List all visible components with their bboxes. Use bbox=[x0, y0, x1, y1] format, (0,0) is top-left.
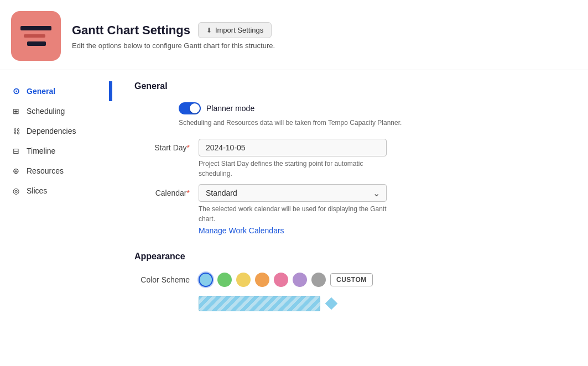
sidebar-item-scheduling[interactable]: Scheduling bbox=[0, 101, 111, 121]
timeline-icon bbox=[11, 146, 21, 156]
calendar-select-wrapper: Standard Custom ⌄ bbox=[199, 184, 387, 202]
sidebar-item-general[interactable]: General bbox=[0, 81, 111, 101]
planner-mode-description: Scheduling and Resources data will be ta… bbox=[134, 118, 566, 128]
logo-graphic bbox=[20, 26, 51, 46]
start-day-required: * bbox=[187, 143, 190, 152]
app-logo bbox=[11, 11, 61, 61]
color-green[interactable] bbox=[217, 273, 232, 287]
general-section-title: General bbox=[134, 81, 566, 91]
sidebar-label-resources: Resources bbox=[27, 166, 64, 175]
color-pink[interactable] bbox=[274, 273, 288, 287]
import-settings-label: Import Settings bbox=[215, 26, 263, 34]
calendar-label: Calendar* bbox=[134, 184, 190, 197]
planner-mode-toggle-container: Planner mode bbox=[179, 102, 254, 114]
calendar-row: Calendar* Standard Custom ⌄ The selected… bbox=[134, 184, 566, 235]
sidebar-label-dependencies: Dependencies bbox=[27, 127, 76, 135]
color-gray[interactable] bbox=[311, 273, 326, 287]
sidebar-item-resources[interactable]: Resources bbox=[0, 161, 111, 181]
header-text: Gantt Chart Settings ⬇ Import Settings E… bbox=[72, 22, 571, 50]
planner-mode-label: Planner mode bbox=[206, 104, 254, 113]
logo-line-3 bbox=[27, 41, 46, 46]
color-circles: CUSTOM bbox=[199, 273, 373, 287]
sidebar-item-dependencies[interactable]: Dependencies bbox=[0, 121, 111, 141]
logo-line-1 bbox=[20, 26, 51, 30]
main-content: General Planner mode Scheduling and Reso… bbox=[112, 70, 588, 322]
header-subtitle: Edit the options below to configure Gant… bbox=[72, 41, 571, 50]
page-header: Gantt Chart Settings ⬇ Import Settings E… bbox=[0, 0, 588, 70]
sidebar-label-general: General bbox=[27, 87, 55, 96]
sidebar-label-timeline: Timeline bbox=[27, 147, 55, 155]
appearance-section-title: Appearance bbox=[134, 252, 566, 262]
color-scheme-row: Color Scheme CUSTOM bbox=[134, 273, 566, 287]
planner-mode-row: Planner mode bbox=[134, 102, 566, 114]
color-scheme-label: Color Scheme bbox=[134, 275, 190, 284]
slices-icon bbox=[11, 186, 21, 196]
gantt-bar-preview bbox=[199, 296, 320, 311]
logo-line-2 bbox=[24, 34, 45, 38]
calendar-input-container: Standard Custom ⌄ The selected work cale… bbox=[199, 184, 387, 235]
resources-icon bbox=[11, 166, 21, 176]
sidebar-item-timeline[interactable]: Timeline bbox=[0, 141, 111, 161]
color-purple[interactable] bbox=[293, 273, 307, 287]
page-title: Gantt Chart Settings bbox=[72, 23, 190, 38]
import-arrow-icon: ⬇ bbox=[206, 27, 212, 34]
start-day-label: Start Day* bbox=[134, 139, 190, 152]
start-day-input[interactable] bbox=[199, 139, 387, 156]
scheduling-icon bbox=[11, 106, 21, 116]
start-day-row: Start Day* Project Start Day defines the… bbox=[134, 139, 566, 179]
calendar-required: * bbox=[187, 189, 190, 197]
milestone-diamond-icon bbox=[325, 297, 338, 310]
custom-color-button[interactable]: CUSTOM bbox=[330, 273, 373, 286]
start-day-description: Project Start Day defines the starting p… bbox=[199, 159, 387, 179]
main-layout: General Scheduling Dependencies Timeline… bbox=[0, 70, 588, 322]
calendar-description: The selected work calendar will be used … bbox=[199, 204, 387, 224]
sidebar-label-slices: Slices bbox=[27, 186, 47, 195]
general-section: General Planner mode Scheduling and Reso… bbox=[134, 81, 566, 235]
dependencies-icon bbox=[11, 126, 21, 136]
calendar-select[interactable]: Standard Custom bbox=[199, 184, 387, 202]
import-settings-button[interactable]: ⬇ Import Settings bbox=[198, 22, 272, 38]
planner-mode-toggle[interactable] bbox=[179, 102, 201, 114]
color-orange[interactable] bbox=[255, 273, 269, 287]
sidebar-item-slices[interactable]: Slices bbox=[0, 181, 111, 201]
manage-work-calendars-link[interactable]: Manage Work Calendars bbox=[199, 226, 284, 235]
general-icon bbox=[11, 86, 21, 96]
sidebar: General Scheduling Dependencies Timeline… bbox=[0, 70, 111, 322]
appearance-section: Appearance Color Scheme CUSTOM bbox=[134, 252, 566, 311]
color-blue[interactable] bbox=[199, 273, 213, 287]
sidebar-label-scheduling: Scheduling bbox=[27, 107, 65, 116]
color-yellow[interactable] bbox=[236, 273, 251, 287]
header-title-row: Gantt Chart Settings ⬇ Import Settings bbox=[72, 22, 571, 38]
bar-preview-row bbox=[134, 296, 566, 311]
start-day-input-container: Project Start Day defines the starting p… bbox=[199, 139, 387, 179]
